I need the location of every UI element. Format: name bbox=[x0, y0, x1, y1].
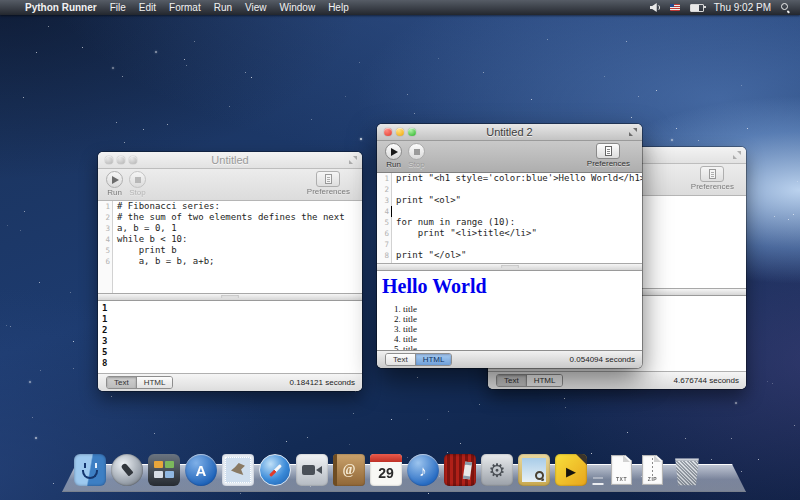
dock-icon-glyph bbox=[671, 454, 703, 486]
code-line: 8 print "</ol>" bbox=[377, 250, 642, 261]
preferences-button[interactable]: Preferences bbox=[691, 166, 734, 191]
code-line: 1 # Fibonacci series: bbox=[98, 201, 362, 212]
code-line: 5 print b bbox=[98, 245, 362, 256]
dock-icon-app-store[interactable]: A bbox=[185, 454, 217, 486]
dock-icon-glyph bbox=[518, 454, 550, 486]
dock-icon-mission-control[interactable] bbox=[148, 454, 180, 486]
line-number: 1 bbox=[98, 201, 112, 212]
stop-icon bbox=[135, 177, 141, 183]
line-number: 5 bbox=[377, 217, 391, 228]
dock-icon-system-preferences[interactable]: ⚙ bbox=[481, 454, 513, 486]
code-text: print "<h1 style='color:blue'>Hello Worl… bbox=[391, 173, 642, 184]
menu-item[interactable]: Window bbox=[280, 2, 316, 13]
output-pane[interactable]: 112358 bbox=[98, 301, 362, 373]
battery-icon[interactable] bbox=[690, 4, 704, 12]
input-language-flag-icon[interactable] bbox=[670, 4, 680, 11]
titlebar[interactable]: Untitled 2 bbox=[377, 124, 642, 141]
dock-icon-glyph: ▶ bbox=[555, 454, 587, 486]
preferences-button[interactable]: Preferences bbox=[587, 143, 630, 168]
play-icon bbox=[391, 148, 398, 156]
code-line: 4 bbox=[377, 206, 642, 217]
output-line: 5 bbox=[98, 347, 362, 358]
status-bar: Text HTML 4.676744 seconds bbox=[488, 371, 746, 389]
output-mode-toggle: Text HTML bbox=[385, 353, 452, 366]
line-number: 4 bbox=[98, 234, 112, 245]
menu-item[interactable]: Run bbox=[214, 2, 232, 13]
dock-icon-contacts[interactable]: @ bbox=[333, 454, 365, 486]
line-number: 4 bbox=[377, 206, 391, 217]
code-text bbox=[391, 239, 396, 250]
pane-splitter[interactable] bbox=[377, 263, 642, 271]
code-line: 2 # the sum of two elements defines the … bbox=[98, 212, 362, 223]
dock-icon-launchpad[interactable] bbox=[111, 454, 143, 486]
html-tab[interactable]: HTML bbox=[526, 375, 563, 386]
html-preview-pane[interactable]: Hello World titletitletitletitletitletit… bbox=[377, 271, 642, 350]
dock-icon-itunes[interactable]: ♪ bbox=[407, 454, 439, 486]
dock-icon-finder[interactable] bbox=[74, 454, 106, 486]
dock-icon-mail[interactable] bbox=[222, 454, 254, 486]
stop-button[interactable]: Stop bbox=[129, 171, 146, 197]
zoom-button[interactable] bbox=[408, 128, 416, 136]
dock-icon-photo-booth[interactable] bbox=[444, 454, 476, 486]
minimize-button[interactable] bbox=[396, 128, 404, 136]
menu-item[interactable]: Help bbox=[328, 2, 349, 13]
dock-icon-python-runner[interactable]: ▶ bbox=[555, 454, 587, 486]
menu-item[interactable]: Edit bbox=[139, 2, 156, 13]
toolbar: Run Stop Preferences bbox=[377, 141, 642, 173]
run-button[interactable]: Run bbox=[106, 171, 123, 197]
html-tab[interactable]: HTML bbox=[136, 377, 173, 388]
text-tab[interactable]: Text bbox=[386, 354, 415, 365]
app-menu-title[interactable]: Python Runner bbox=[25, 2, 97, 13]
spotlight-icon[interactable] bbox=[781, 3, 790, 12]
dock-icon-safari[interactable] bbox=[259, 454, 291, 486]
dock-icon-glyph bbox=[592, 454, 604, 486]
code-text: for num in range (10): bbox=[391, 217, 515, 228]
menu-item[interactable]: Format bbox=[169, 2, 201, 13]
code-text: a, b = b, a+b; bbox=[112, 256, 215, 267]
close-button[interactable] bbox=[105, 156, 113, 164]
code-editor[interactable]: 1 print "<h1 style='color:blue'>Hello Wo… bbox=[377, 173, 642, 263]
dock-icon-ical[interactable]: 29 bbox=[370, 454, 402, 486]
minimize-button[interactable] bbox=[117, 156, 125, 164]
fullscreen-icon[interactable] bbox=[349, 156, 357, 164]
preview-list-item: title bbox=[403, 334, 642, 344]
zoom-button[interactable] bbox=[129, 156, 137, 164]
stop-button[interactable]: Stop bbox=[408, 143, 425, 169]
fullscreen-icon[interactable] bbox=[733, 151, 741, 159]
window-title: Untitled 2 bbox=[377, 124, 642, 140]
text-tab[interactable]: Text bbox=[107, 377, 136, 388]
preferences-button[interactable]: Preferences bbox=[307, 171, 350, 196]
dock-icon-facetime[interactable] bbox=[296, 454, 328, 486]
line-number: 6 bbox=[98, 256, 112, 267]
titlebar[interactable]: Untitled bbox=[98, 152, 362, 169]
run-button[interactable]: Run bbox=[385, 143, 402, 169]
code-text: print "<li>title</li>" bbox=[391, 228, 537, 239]
dock-icon-glyph bbox=[260, 455, 290, 485]
dock-icon-glyph bbox=[222, 454, 254, 486]
dock-icon-txt-file[interactable]: TXT bbox=[609, 454, 635, 486]
document-icon bbox=[709, 169, 716, 179]
text-tab[interactable]: Text bbox=[497, 375, 526, 386]
menu-item[interactable]: View bbox=[245, 2, 267, 13]
volume-icon[interactable] bbox=[650, 3, 660, 12]
dock: A @ bbox=[62, 446, 746, 492]
execution-time: 0.184121 seconds bbox=[290, 378, 355, 387]
dock-icon-trash[interactable] bbox=[671, 454, 703, 486]
dock-icon-preview[interactable] bbox=[518, 454, 550, 486]
menu-item[interactable]: File bbox=[110, 2, 126, 13]
dock-icon-glyph: ♪ bbox=[407, 454, 439, 486]
menu-clock[interactable]: Thu 9:02 PM bbox=[714, 2, 771, 13]
run-label: Run bbox=[386, 160, 401, 169]
fullscreen-icon[interactable] bbox=[629, 128, 637, 136]
zipper-detail bbox=[652, 458, 653, 478]
pane-splitter[interactable] bbox=[98, 293, 362, 301]
code-line: 3 a, b = 0, 1 bbox=[98, 223, 362, 234]
dock-icon-zip-file[interactable]: ZIP bbox=[640, 454, 666, 486]
dock-icon-glyph bbox=[296, 454, 328, 486]
line-number: 7 bbox=[377, 239, 391, 250]
window-untitled-2: Untitled 2 Run Stop Preferences 1 bbox=[377, 124, 642, 368]
close-button[interactable] bbox=[384, 128, 392, 136]
run-label: Run bbox=[107, 188, 122, 197]
code-editor[interactable]: 1 # Fibonacci series: 2 # the sum of two… bbox=[98, 201, 362, 293]
html-tab[interactable]: HTML bbox=[415, 354, 452, 365]
